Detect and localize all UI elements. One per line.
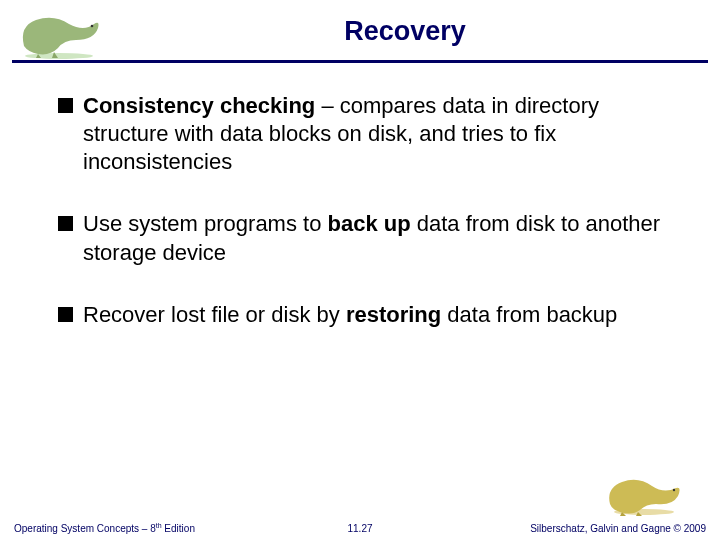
svg-point-1 (91, 25, 94, 28)
dinosaur-bottom-icon (604, 470, 684, 516)
slide: Recovery Consistency checking – compares… (0, 0, 720, 540)
content-area: Consistency checking – compares data in … (58, 92, 680, 363)
bullet-item: Use system programs to back up data from… (58, 210, 680, 266)
bullet-text: Consistency checking – compares data in … (83, 92, 680, 176)
bullet-marker-icon (58, 216, 73, 231)
bullet-marker-icon (58, 98, 73, 113)
header: Recovery (0, 0, 720, 66)
title-rule (12, 60, 708, 63)
svg-point-0 (25, 53, 93, 59)
bullet-item: Recover lost file or disk by restoring d… (58, 301, 680, 329)
bullet-item: Consistency checking – compares data in … (58, 92, 680, 176)
svg-point-3 (673, 489, 675, 491)
bullet-text: Use system programs to back up data from… (83, 210, 680, 266)
dinosaur-top-icon (14, 6, 104, 60)
footer-right: Silberschatz, Galvin and Gagne © 2009 (530, 523, 706, 534)
slide-title: Recovery (120, 16, 690, 47)
bullet-text: Recover lost file or disk by restoring d… (83, 301, 617, 329)
footer: Operating System Concepts – 8th Edition … (0, 514, 720, 540)
bullet-marker-icon (58, 307, 73, 322)
